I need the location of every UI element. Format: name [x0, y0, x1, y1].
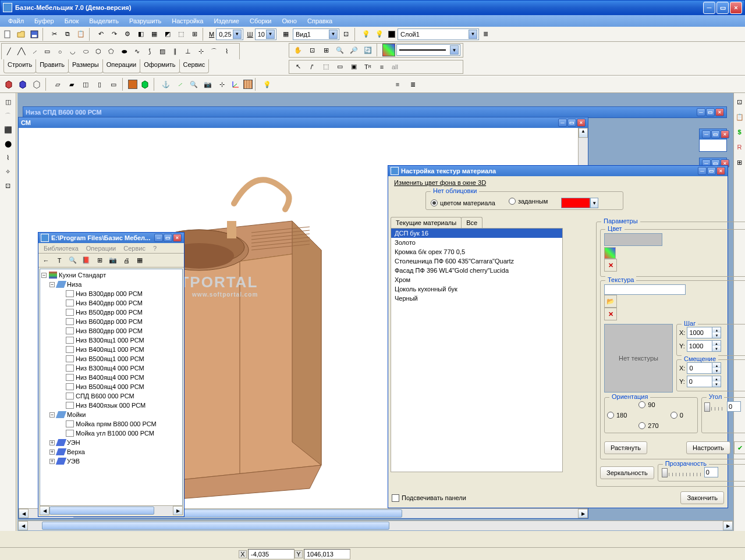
- off-x-spin[interactable]: ▲▼: [687, 362, 721, 374]
- tree-item[interactable]: Низ В500ящ4 000 РСМ: [76, 383, 144, 390]
- lib-max[interactable]: ▭: [164, 234, 172, 242]
- tree-item[interactable]: СПД В600 000 РСМ: [76, 393, 134, 400]
- view-combo[interactable]: Вид1▼: [293, 28, 339, 40]
- configure-button[interactable]: Настроить: [686, 441, 730, 454]
- transparency-slider[interactable]: [662, 467, 703, 479]
- vtool2-icon[interactable]: ⌒: [2, 109, 15, 122]
- panel2-icon[interactable]: ▰: [65, 78, 78, 91]
- tree-item[interactable]: Мойка прям В800 000 РСМ: [76, 420, 157, 427]
- zoomfit-icon[interactable]: ⊡: [306, 44, 318, 56]
- mat1-icon[interactable]: [128, 80, 137, 89]
- tree-item[interactable]: Низ В400ящ1 000 РСМ: [76, 346, 144, 353]
- radio-by-material[interactable]: цветом материала: [431, 199, 495, 206]
- angle-slider[interactable]: [704, 401, 725, 413]
- camera-icon[interactable]: 📷: [201, 78, 214, 91]
- tree-item[interactable]: УЭН: [67, 439, 80, 446]
- orient-90[interactable]: 90: [638, 401, 658, 408]
- step-y-spin[interactable]: ▲▼: [687, 340, 721, 352]
- menu-assemblies[interactable]: Сборки: [245, 16, 276, 26]
- undo-icon[interactable]: ↶: [94, 28, 107, 41]
- all-label[interactable]: all: [389, 60, 400, 73]
- grid-icon[interactable]: ▦: [279, 28, 292, 41]
- spline-icon[interactable]: ∿: [130, 45, 143, 58]
- tan-icon[interactable]: ⌒: [207, 45, 220, 58]
- panel3-icon[interactable]: ◫: [79, 78, 92, 91]
- scale-m-combo[interactable]: 0,25▼: [216, 28, 243, 40]
- tree-item[interactable]: Низ В300ящ1 000 РСМ: [76, 337, 144, 344]
- material-item[interactable]: Кромка б/к орех 770 0,5: [391, 247, 562, 256]
- texture-open-icon[interactable]: 📂: [604, 295, 617, 308]
- align2-icon[interactable]: ≣: [406, 78, 419, 91]
- lib-text-icon[interactable]: T: [53, 254, 66, 267]
- minimize-button[interactable]: ─: [703, 2, 715, 14]
- menu-select[interactable]: Выделить: [84, 16, 123, 26]
- material-item[interactable]: Фасад ПФ 396 WL4"Gold cherry"Lucida: [391, 266, 562, 275]
- pan-icon[interactable]: ✋: [292, 44, 304, 56]
- tree-item[interactable]: Низ В800двр 000 РСМ: [76, 327, 143, 334]
- vtool6-icon[interactable]: ✧: [2, 165, 15, 178]
- apply-icon[interactable]: ✔: [734, 441, 745, 454]
- tab-dims[interactable]: Размеры: [68, 59, 103, 73]
- linetype-combo[interactable]: ▼: [396, 44, 460, 56]
- facing-color-drop[interactable]: ▼: [590, 198, 598, 208]
- lib-close[interactable]: ×: [173, 234, 182, 242]
- lib-book-icon[interactable]: 📕: [80, 254, 93, 267]
- multiline-icon[interactable]: ╱╲: [15, 45, 28, 58]
- mdi-hscroll[interactable]: ◀▶: [18, 520, 733, 530]
- star-icon[interactable]: ⬠: [105, 45, 118, 58]
- tree-expand[interactable]: +: [49, 440, 55, 445]
- cube1-icon[interactable]: [2, 78, 15, 91]
- texture-remove-icon[interactable]: ✕: [604, 308, 617, 320]
- vtool3-icon[interactable]: ⬛: [2, 123, 15, 136]
- new-icon[interactable]: [1, 28, 14, 41]
- lib-grid-icon[interactable]: ▦: [133, 254, 146, 267]
- angle-input[interactable]: [727, 401, 741, 412]
- color-preview[interactable]: [604, 233, 662, 246]
- menu-product[interactable]: Изделие: [209, 16, 244, 26]
- tab-service[interactable]: Сервис: [179, 59, 210, 73]
- srect2-icon[interactable]: ▭: [334, 60, 346, 73]
- tex-min[interactable]: ─: [698, 167, 707, 175]
- vtool4-icon[interactable]: ⬤: [2, 137, 15, 150]
- mirror-button[interactable]: Зеркальность: [600, 466, 654, 479]
- tool6-icon[interactable]: ⊞: [188, 28, 201, 41]
- layer-combo[interactable]: Слой1▼: [398, 28, 479, 40]
- pointer-icon[interactable]: ↖: [292, 60, 304, 73]
- vtool1-icon[interactable]: ◫: [2, 95, 15, 108]
- rtool3-icon[interactable]: R: [733, 141, 746, 154]
- anchor-icon[interactable]: ⚓: [159, 78, 172, 91]
- highlight-checkbox[interactable]: Подсвечивать панели: [392, 494, 466, 502]
- menu-destroy[interactable]: Разрушить: [125, 16, 166, 26]
- dw-max[interactable]: ▭: [567, 119, 576, 127]
- step-x-spin[interactable]: ▲▼: [687, 327, 721, 338]
- change-bgcolor-link[interactable]: Изменить цвет фона в окне 3D: [391, 177, 489, 188]
- tab-ops[interactable]: Операции: [102, 59, 140, 73]
- lib-min[interactable]: ─: [154, 234, 163, 242]
- arc-icon[interactable]: ◡: [66, 45, 79, 58]
- cube2-icon[interactable]: [16, 78, 29, 91]
- panel5-icon[interactable]: ▭: [107, 78, 120, 91]
- bw-close[interactable]: ×: [715, 108, 724, 116]
- panel4-icon[interactable]: ▯: [93, 78, 106, 91]
- orient-180[interactable]: 180: [607, 412, 627, 419]
- lib-back-icon[interactable]: ←: [40, 254, 52, 267]
- polyline-icon[interactable]: ⟋: [28, 45, 41, 58]
- layers-icon[interactable]: ≣: [480, 28, 492, 41]
- hv-icon[interactable]: ⊹: [194, 45, 207, 58]
- tree-collapse-niza[interactable]: −: [49, 282, 55, 287]
- orient-270[interactable]: 270: [638, 422, 658, 429]
- srect-icon[interactable]: ⬚: [320, 60, 332, 73]
- axes-icon[interactable]: [229, 78, 242, 91]
- menu-block[interactable]: Блок: [60, 16, 84, 26]
- bulb-off-icon[interactable]: 💡: [373, 28, 386, 41]
- zoomwin-icon[interactable]: ⊞: [320, 44, 332, 56]
- lib-find-icon[interactable]: 🔍: [66, 254, 79, 267]
- curve-icon[interactable]: ⟆: [143, 45, 156, 58]
- panel1-icon[interactable]: ▱: [51, 78, 64, 91]
- libmenu-help[interactable]: ?: [150, 245, 159, 252]
- tr-icon[interactable]: TR: [361, 60, 374, 73]
- tool5-icon[interactable]: ⬚: [175, 28, 187, 41]
- hatch-icon[interactable]: ▨: [156, 45, 169, 58]
- light-icon[interactable]: 💡: [261, 78, 274, 91]
- color-swatch-icon[interactable]: [388, 31, 395, 38]
